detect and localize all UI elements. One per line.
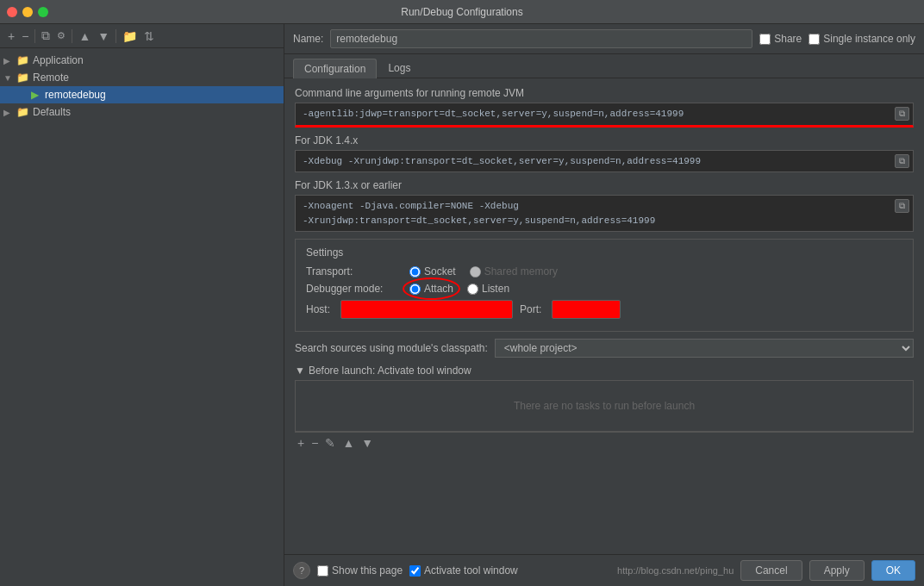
folder-icon-defaults: 📁: [16, 105, 29, 119]
debugger-listen-radio[interactable]: [467, 284, 478, 295]
sidebar-item-application[interactable]: ▶ 📁 Application: [0, 52, 284, 69]
tabs-bar: Configuration Logs: [284, 54, 924, 78]
sidebar-item-remotedebug[interactable]: ▶ remotedebug: [0, 86, 284, 103]
host-input[interactable]: [340, 300, 513, 319]
copy-btn-main[interactable]: ⧉: [895, 107, 909, 121]
cmd-block-main: -agentlib:jdwp=transport=dt_socket,serve…: [295, 103, 914, 128]
before-launch-add-button[interactable]: +: [295, 435, 307, 451]
show-page-checkbox[interactable]: [317, 565, 328, 577]
name-label: Name:: [293, 33, 323, 45]
activate-tool-checkbox[interactable]: [409, 565, 421, 577]
transport-socket-option[interactable]: Socket: [409, 265, 456, 277]
debugger-attach-radio[interactable]: [409, 284, 421, 295]
folder-icon: 📁: [16, 53, 29, 67]
apply-button[interactable]: Apply: [809, 560, 865, 581]
transport-shared-memory-label: Shared memory: [484, 265, 558, 277]
move-up-button[interactable]: ▲: [76, 28, 93, 44]
arrow-icon-remote: ▼: [3, 73, 16, 83]
move-down-button[interactable]: ▼: [95, 28, 112, 44]
jdk14-cmd-text: -Xdebug -Xrunjdwp:transport=dt_socket,se…: [303, 156, 701, 166]
copy-btn-jdk13[interactable]: ⧉: [895, 199, 909, 213]
debugger-listen-label: Listen: [482, 283, 509, 295]
toolbar-separator-3: [116, 29, 116, 43]
config-content: Command line arguments for running remot…: [284, 78, 924, 554]
sidebar-item-label: Application: [33, 54, 84, 66]
single-instance-area: Single instance only: [808, 33, 915, 45]
settings-title: Settings: [306, 246, 902, 259]
sidebar-item-remote-label: Remote: [33, 72, 69, 84]
copy-config-button[interactable]: ⧉: [39, 28, 53, 44]
bottom-bar: ? Show this page Activate tool window ht…: [284, 554, 924, 586]
host-label: Host:: [306, 303, 330, 315]
before-launch-down-button[interactable]: ▼: [359, 435, 376, 451]
sidebar-toolbar: + − ⧉ ⚙ ▲ ▼ 📁 ⇅: [0, 24, 284, 48]
before-launch-content: There are no tasks to run before launch: [295, 380, 914, 432]
name-input[interactable]: [330, 29, 752, 48]
attach-label-wrap: Attach: [424, 283, 453, 295]
tab-logs[interactable]: Logs: [377, 58, 421, 78]
share-area: Share: [759, 33, 802, 45]
jdk13-cmd-line1: -Xnoagent -Djava.compiler=NONE -Xdebug: [303, 199, 906, 214]
debugger-listen-option[interactable]: Listen: [467, 283, 509, 295]
debugger-mode-row: Debugger mode: Attach Listen: [306, 283, 902, 295]
transport-shared-memory-radio[interactable]: [470, 266, 481, 277]
add-config-button[interactable]: +: [5, 28, 17, 44]
sidebar-item-remote[interactable]: ▼ 📁 Remote: [0, 69, 284, 86]
sidebar-item-defaults[interactable]: ▶ 📁 Defaults: [0, 103, 284, 121]
jdk14-header: For JDK 1.4.x: [295, 134, 914, 146]
settings-group: Settings Transport: Socket Shared memory: [295, 239, 914, 332]
sort-button[interactable]: ⇅: [141, 28, 157, 44]
before-launch-remove-button[interactable]: −: [309, 435, 321, 451]
collapse-icon[interactable]: ▼: [295, 365, 305, 377]
cmd-line1-text: -agentlib:jdwp=transport=dt_socket,serve…: [303, 109, 684, 119]
title-bar: Run/Debug Configurations: [0, 0, 924, 24]
show-page-label: Show this page: [332, 564, 403, 577]
activate-tool-label: Activate tool window: [424, 564, 518, 577]
activate-tool-area: Activate tool window: [409, 564, 518, 577]
before-launch-header: ▼ Before launch: Activate tool window: [295, 365, 914, 377]
debugger-attach-label: Attach: [424, 283, 453, 295]
host-port-row: Host: Port:: [306, 300, 902, 319]
cancel-button[interactable]: Cancel: [740, 560, 802, 581]
window-title: Run/Debug Configurations: [401, 6, 522, 18]
remote-debug-icon: ▶: [28, 88, 41, 102]
folder-icon-remote: 📁: [16, 71, 29, 84]
classpath-select[interactable]: <whole project>: [495, 339, 914, 358]
single-instance-checkbox[interactable]: [808, 34, 820, 45]
config-header: Name: Share Single instance only: [284, 24, 924, 54]
port-input[interactable]: [552, 300, 621, 319]
settings-button[interactable]: ⚙: [54, 29, 68, 42]
maximize-button[interactable]: [38, 7, 48, 17]
sidebar-item-remotedebug-label: remotedebug: [45, 89, 106, 101]
tab-configuration[interactable]: Configuration: [293, 59, 377, 78]
toolbar-separator-2: [72, 29, 72, 43]
port-label: Port:: [520, 303, 541, 315]
before-launch-edit-button[interactable]: ✎: [322, 435, 338, 451]
debugger-mode-label: Debugger mode:: [306, 283, 409, 295]
debugger-attach-option[interactable]: Attach: [409, 283, 453, 295]
transport-row: Transport: Socket Shared memory: [306, 265, 902, 277]
copy-btn-jdk14[interactable]: ⧉: [895, 154, 909, 168]
debugger-mode-radio-group: Attach Listen: [409, 283, 509, 295]
classpath-label: Search sources using module's classpath:: [295, 342, 488, 354]
close-button[interactable]: [7, 7, 17, 17]
before-launch-toolbar: + − ✎ ▲ ▼: [295, 432, 914, 453]
minimize-button[interactable]: [22, 7, 33, 17]
bottom-left: ? Show this page Activate tool window: [293, 562, 518, 579]
right-panel: Name: Share Single instance only Configu…: [284, 24, 924, 586]
sidebar-item-defaults-label: Defaults: [33, 106, 71, 118]
transport-socket-radio[interactable]: [409, 266, 421, 277]
single-instance-label: Single instance only: [823, 33, 915, 45]
folder-button[interactable]: 📁: [120, 28, 140, 44]
transport-shared-memory-option[interactable]: Shared memory: [470, 265, 558, 277]
remove-config-button[interactable]: −: [19, 28, 31, 44]
before-launch-title: Before launch: Activate tool window: [309, 365, 471, 377]
transport-socket-label: Socket: [424, 265, 456, 277]
before-launch-up-button[interactable]: ▲: [340, 435, 357, 451]
share-checkbox[interactable]: [759, 34, 771, 45]
no-tasks-text: There are no tasks to run before launch: [514, 400, 695, 412]
ok-button[interactable]: OK: [871, 560, 915, 581]
transport-radio-group: Socket Shared memory: [409, 265, 558, 277]
help-button[interactable]: ?: [293, 562, 310, 579]
window-controls[interactable]: [7, 7, 48, 17]
